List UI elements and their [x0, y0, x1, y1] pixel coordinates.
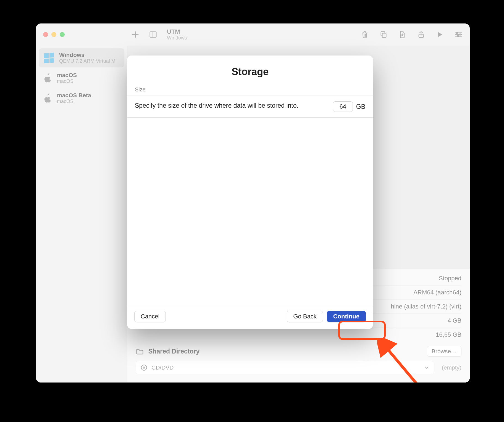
- cancel-button[interactable]: Cancel: [134, 311, 166, 322]
- sheet-section-label: Size: [127, 86, 373, 96]
- sheet-description: Specify the size of the drive where data…: [135, 101, 326, 110]
- sheet-title: Storage: [127, 56, 373, 86]
- size-input[interactable]: [333, 101, 353, 112]
- storage-sheet: Storage Size Specify the size of the dri…: [127, 56, 373, 329]
- size-unit: GB: [356, 103, 365, 110]
- go-back-button[interactable]: Go Back: [287, 311, 323, 322]
- main-window: UTM Windows: [36, 23, 470, 383]
- continue-button[interactable]: Continue: [327, 311, 366, 322]
